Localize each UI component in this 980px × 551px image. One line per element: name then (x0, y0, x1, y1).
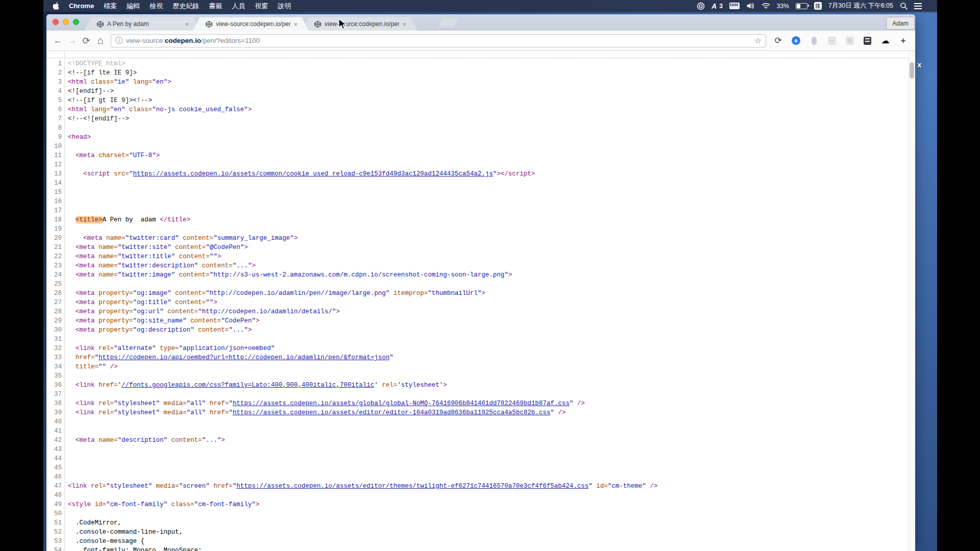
line-number: 37 (46, 390, 62, 399)
source-token (95, 244, 99, 251)
ext-code-brackets-icon[interactable]: ‹› (827, 36, 837, 45)
url-text[interactable]: view-source:codepen.io/pen/?editors=1100 (126, 37, 754, 44)
reload-icon[interactable]: ⟳ (79, 35, 93, 46)
page-info-icon[interactable]: ⓘ (115, 36, 122, 45)
ext-blue-a-icon[interactable]: a (791, 36, 801, 45)
tab-close-icon[interactable]: × (185, 21, 189, 28)
tab-2[interactable]: view-source:codepen.io/pen/× (302, 17, 418, 31)
browser-menu-icon[interactable]: ⋮ (915, 36, 923, 45)
battery-icon[interactable] (796, 3, 807, 9)
source-token: "http://s3-us-west-2.amazonaws.com/m.cdp… (210, 271, 508, 279)
source-token: content= (175, 244, 206, 251)
source-token (175, 271, 179, 279)
code-line: 44 (46, 454, 908, 463)
menu-item-1[interactable]: 編輯 (127, 2, 140, 11)
bookmark-star-icon[interactable]: ☆ (754, 36, 762, 45)
source-token (68, 317, 76, 324)
tab-strip: A Pen by adam×view-source:codepen.io/pen… (46, 14, 915, 31)
line-number: 3 (46, 78, 62, 87)
screen-record-icon[interactable] (697, 2, 705, 10)
tab-close-icon[interactable]: × (402, 21, 406, 28)
forward-icon[interactable]: → (65, 35, 79, 46)
code-line: 18 <title>A Pen by adam </title> (46, 215, 908, 224)
line-number: 53 (46, 537, 62, 546)
source-link[interactable]: https://assets.codepen.io/assets/global/… (233, 400, 570, 407)
source-token: A Pen by adam (103, 216, 160, 223)
address-bar[interactable]: ⓘ view-source:codepen.io/pen/?editors=11… (111, 34, 766, 47)
codepen-favicon (205, 20, 213, 28)
source-link[interactable]: https://codepen.io/api/oembed?url=http:/… (99, 354, 389, 361)
source-token: .console-command-line-input, (68, 529, 183, 536)
source-token: > (508, 271, 512, 279)
ext-pill-icon[interactable] (809, 36, 819, 45)
scrollbar-thumb[interactable] (910, 62, 914, 79)
back-icon[interactable]: ← (51, 35, 65, 46)
source-token: "thumbnailUrl" (428, 290, 481, 297)
zoom-window-button[interactable] (73, 19, 79, 25)
line-number: 22 (46, 252, 62, 261)
source-token (194, 327, 199, 334)
source-token: rel= (382, 382, 397, 389)
source-token (167, 437, 172, 444)
ext-move-cross-icon[interactable]: + (898, 36, 908, 45)
source-code: 1<!DOCTYPE html>2<!--[if lte IE 9]>3<htm… (46, 59, 908, 551)
source-token (68, 327, 76, 334)
vertical-scrollbar[interactable] (908, 51, 915, 551)
close-window-button[interactable] (53, 19, 59, 25)
source-token (68, 363, 76, 370)
source-token: "all" (187, 400, 206, 407)
codepen-favicon (314, 20, 322, 28)
home-icon[interactable]: ⌂ (93, 35, 108, 46)
source-token: /> (646, 483, 658, 490)
source-token: " (95, 354, 99, 361)
volume-icon[interactable] (746, 2, 755, 10)
source-token: <!DOCTYPE html> (68, 60, 126, 67)
source-token: "og:image" (133, 290, 172, 297)
source-token: content= (179, 253, 210, 260)
menu-bar-clock[interactable]: 7月30日 週六 下午6:05 (828, 2, 893, 10)
tab-1[interactable]: view-source:codepen.io/pen/× (193, 17, 309, 31)
minimize-window-button[interactable] (63, 19, 69, 25)
tab-close-icon[interactable]: × (293, 21, 298, 28)
source-token (68, 216, 76, 223)
source-link[interactable]: //fonts.googleapis.com/css?family=Lato:4… (121, 382, 374, 389)
code-line: 50 (46, 509, 908, 518)
source-token: "og:description" (133, 327, 194, 334)
notification-center-icon[interactable] (914, 3, 922, 9)
ext-refresh-icon[interactable]: ⟳ (773, 36, 783, 45)
status-app-icon[interactable]: A (712, 2, 717, 10)
extension-icons: ⟳ a ‹› ☰ ☁ + (773, 36, 908, 45)
menu-item-4[interactable]: 書籤 (209, 2, 222, 11)
new-tab-button[interactable] (438, 19, 458, 28)
ext-notes-icon[interactable]: ☰ (845, 36, 854, 45)
menu-item-5[interactable]: 人員 (232, 2, 245, 11)
profile-button[interactable]: Adam (886, 17, 915, 30)
ext-filmstrip-icon[interactable] (863, 36, 872, 45)
line-number: 43 (46, 445, 62, 454)
line-number: 1 (46, 59, 62, 68)
menu-item-7[interactable]: 說明 (278, 2, 291, 11)
input-method-badge[interactable]: 注 (814, 2, 822, 10)
wifi-icon[interactable] (762, 3, 770, 9)
source-link[interactable]: https://assets.codepen.io/assets/common/… (133, 170, 493, 178)
line-number: 28 (46, 307, 62, 316)
source-link[interactable]: https://assets.codepen.io/assets/editor/… (236, 483, 589, 490)
source-token: "twitter:card" (126, 235, 179, 242)
spotlight-search-icon[interactable] (900, 2, 908, 10)
source-token: "summary_large_image" (213, 235, 294, 242)
code-line: 3<html class="ie" lang="en"> (46, 78, 908, 87)
keyboard-icon[interactable] (729, 3, 740, 9)
menu-item-3[interactable]: 歷史紀錄 (173, 2, 199, 11)
line-number: 50 (46, 509, 62, 518)
source-token: "CodePen" (221, 317, 256, 324)
tab-0[interactable]: A Pen by adam× (84, 17, 200, 31)
source-token (87, 79, 91, 86)
menu-item-chrome[interactable]: Chrome (69, 2, 94, 10)
menu-item-2[interactable]: 檢視 (150, 2, 163, 11)
apple-icon[interactable] (53, 2, 59, 10)
source-link[interactable]: https://assets.codepen.io/assets/editor/… (233, 409, 551, 416)
code-line: 36 <link href='//fonts.googleapis.com/cs… (46, 381, 908, 390)
ext-cloud-icon[interactable]: ☁ (880, 36, 890, 45)
menu-item-0[interactable]: 檔案 (104, 2, 117, 11)
menu-item-6[interactable]: 視窗 (255, 2, 268, 11)
